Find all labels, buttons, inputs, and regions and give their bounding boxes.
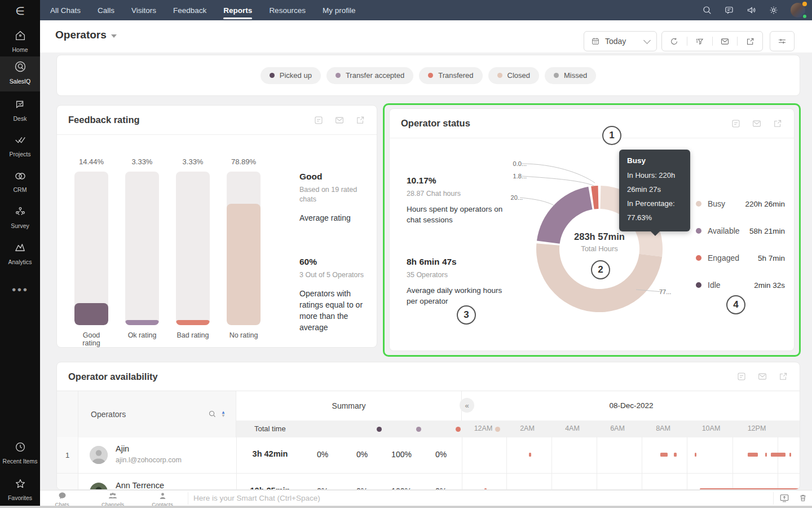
sort-icon[interactable]: ▲▼ xyxy=(221,411,226,418)
feedback-bar-ok-rating[interactable]: 3.33%Ok rating xyxy=(125,135,159,348)
stat-label: Average daily working hours per operator xyxy=(407,285,511,306)
calendar-icon xyxy=(591,37,600,46)
engaged-dot xyxy=(696,255,701,261)
timeline-gridline xyxy=(642,474,642,490)
sidebar-item-projects[interactable]: Projects xyxy=(0,130,40,157)
chatbar-tab-contacts[interactable]: Contacts xyxy=(145,492,179,507)
sidebar-item-survey[interactable]: Survey xyxy=(0,202,40,229)
legend-row-available[interactable]: Available 58h 21min xyxy=(696,225,785,237)
legend-row-engaged[interactable]: Engaged 5h 7min xyxy=(696,252,785,264)
feedback-bar-bad-rating[interactable]: 3.33%Bad rating xyxy=(176,135,210,348)
table-row[interactable]: 1 Ajin ajin.l@zohocorp.com 3h 42min 0% 0… xyxy=(57,437,800,474)
chip-missed[interactable]: Missed xyxy=(545,67,596,84)
date-range-button[interactable]: Today xyxy=(584,31,657,51)
email-icon[interactable] xyxy=(757,371,767,382)
transfer-accepted-pct: 0% xyxy=(350,450,374,459)
analytics-icon xyxy=(14,241,27,254)
chat-feedback-icon[interactable] xyxy=(724,5,734,15)
feedback-bar-good-rating[interactable]: 14.44%Good rating xyxy=(74,135,108,348)
sidebar-item-salesiq[interactable]: SalesIQ xyxy=(0,56,40,91)
table-row[interactable]: 2 Ann Terrence 10h 25min 0% 0% 100% 0% xyxy=(57,474,800,490)
summary-icon[interactable] xyxy=(736,371,747,382)
filter-icon[interactable] xyxy=(695,37,704,46)
email-icon[interactable] xyxy=(334,115,345,125)
collapse-menu-icon[interactable]: ∈ xyxy=(0,5,40,17)
sidebar-item-recent-items[interactable]: Recent Items xyxy=(0,437,40,465)
operators-pct-label: Operators with ratings equal to or more … xyxy=(299,288,374,333)
avatar xyxy=(90,483,108,490)
total-time-value: 3h 42min xyxy=(248,449,293,458)
availability-timeline[interactable] xyxy=(462,437,800,473)
page-header: Operators Today xyxy=(40,20,812,52)
tab-all-chats[interactable]: All Chats xyxy=(50,0,81,20)
tab-my-profile[interactable]: My profile xyxy=(323,0,356,20)
sidebar-more-icon[interactable]: ●●● xyxy=(0,285,40,294)
operators-header-label: Operators xyxy=(91,410,126,419)
chip-transfer-accepted[interactable]: Transfer accepted xyxy=(326,67,413,84)
legend-row-idle[interactable]: Idle 2min 32s xyxy=(696,279,785,291)
tab-reports[interactable]: Reports xyxy=(223,0,252,20)
timeline-gridline xyxy=(551,474,552,490)
total-hours-label: Total Hours xyxy=(549,244,650,253)
time-tick: 2AM xyxy=(520,424,535,432)
tab-resources[interactable]: Resources xyxy=(269,0,306,20)
sidebar-item-home[interactable]: Home xyxy=(0,26,40,53)
speaker-icon[interactable] xyxy=(746,5,757,15)
summary-icon[interactable] xyxy=(314,115,324,125)
average-rating-caption: Based on 19 rated chats xyxy=(299,185,374,204)
availability-timeline[interactable] xyxy=(462,474,800,490)
smart-chat-input[interactable] xyxy=(193,491,808,506)
report-selector[interactable]: Operators xyxy=(55,29,117,41)
search-icon[interactable] xyxy=(208,410,217,418)
tab-feedback[interactable]: Feedback xyxy=(173,0,206,20)
chip-transfered[interactable]: Transfered xyxy=(419,67,482,84)
smart-chat-bar: Chats Channels Contacts xyxy=(40,490,812,506)
chip-label: Transfer accepted xyxy=(346,71,404,80)
bar-value-label: 3.33% xyxy=(176,157,210,166)
refresh-icon[interactable] xyxy=(669,37,679,46)
report-settings-button[interactable] xyxy=(770,31,795,51)
timeline-gridline xyxy=(778,474,778,490)
salesiq-icon xyxy=(14,60,27,73)
trash-icon[interactable] xyxy=(798,493,807,503)
export-icon[interactable] xyxy=(778,371,788,382)
projects-icon xyxy=(14,134,27,146)
sidebar-item-favorites[interactable]: Favorites xyxy=(0,474,40,501)
timeline-gridline xyxy=(732,474,733,490)
chatbar-tab-channels[interactable]: Channels xyxy=(96,492,130,507)
chip-picked-up[interactable]: Picked up xyxy=(261,67,321,84)
search-icon[interactable] xyxy=(702,5,712,15)
transfer-accepted-dot xyxy=(336,73,341,78)
screen-share-icon[interactable] xyxy=(779,493,789,503)
row-index: 2 xyxy=(57,474,78,490)
report-toolbar xyxy=(661,31,763,51)
tooltip-line: In Percentage: xyxy=(627,196,682,211)
sidebar-item-desk[interactable]: Desk xyxy=(0,95,40,122)
bar-category-label: No rating xyxy=(227,331,261,339)
tab-visitors[interactable]: Visitors xyxy=(131,0,156,20)
feedback-bar-no-rating[interactable]: 78.89%No rating xyxy=(227,135,261,348)
sidebar-item-analytics[interactable]: Analytics xyxy=(0,238,40,265)
summary-icon[interactable] xyxy=(731,119,741,129)
sidebar-item-label: Home xyxy=(0,46,40,53)
busy-dot xyxy=(696,201,701,207)
chip-closed[interactable]: Closed xyxy=(488,67,539,84)
collapse-timeline-button[interactable]: « xyxy=(460,398,474,413)
export-icon[interactable] xyxy=(773,119,783,129)
export-icon[interactable] xyxy=(355,115,365,125)
email-icon[interactable] xyxy=(752,119,762,129)
chevron-down-icon xyxy=(643,37,651,44)
legend-row-busy[interactable]: Busy 220h 26min xyxy=(696,198,785,209)
gear-icon[interactable] xyxy=(769,5,779,15)
divider xyxy=(687,37,687,46)
idle-dot xyxy=(696,282,701,288)
tab-calls[interactable]: Calls xyxy=(98,0,114,20)
email-icon[interactable] xyxy=(720,37,730,46)
sidebar-item-label: Analytics xyxy=(0,259,40,265)
export-icon[interactable] xyxy=(745,37,755,46)
available-dot xyxy=(696,228,701,234)
avg-working-hours-stat: 8h 6min 47s 35 Operators Average daily w… xyxy=(407,257,511,306)
user-avatar[interactable] xyxy=(791,3,805,17)
sidebar-item-crm[interactable]: CRM xyxy=(0,167,40,193)
chatbar-tab-chats[interactable]: Chats xyxy=(45,492,79,507)
